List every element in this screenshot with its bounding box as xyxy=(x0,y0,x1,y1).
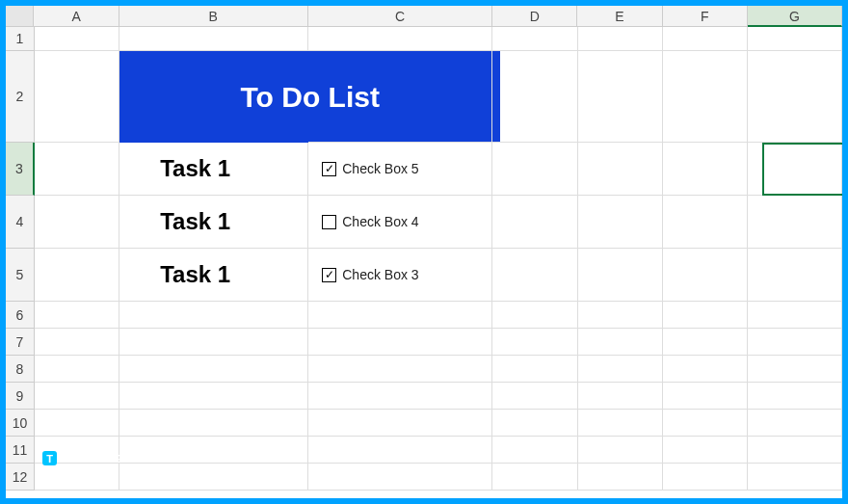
cell-F11[interactable] xyxy=(663,437,748,464)
cell-C10[interactable] xyxy=(308,410,492,437)
col-header-A[interactable]: A xyxy=(34,6,119,27)
cell-C6[interactable] xyxy=(308,302,492,329)
cell-E7[interactable] xyxy=(578,329,663,356)
cell-A4[interactable] xyxy=(35,196,119,249)
row-header-9[interactable]: 9 xyxy=(6,383,35,410)
cell-C5[interactable]: ✓ Check Box 3 xyxy=(308,249,492,302)
cell-F3[interactable] xyxy=(663,143,748,196)
col-header-D[interactable]: D xyxy=(492,6,577,27)
cell-B5[interactable]: Task 1 xyxy=(119,249,308,302)
row-header-1[interactable]: 1 xyxy=(6,27,35,51)
cell-E3[interactable] xyxy=(578,143,663,196)
cell-G7[interactable] xyxy=(748,329,842,356)
cell-B9[interactable] xyxy=(119,383,308,410)
cell-A7[interactable] xyxy=(35,329,119,356)
cell-A8[interactable] xyxy=(35,356,119,383)
cell-D2[interactable] xyxy=(492,51,577,143)
cell-G5[interactable] xyxy=(748,249,842,302)
cell-A12[interactable] xyxy=(35,464,119,491)
cell-C4[interactable]: Check Box 4 xyxy=(308,196,492,249)
cell-D9[interactable] xyxy=(492,383,577,410)
row-header-7[interactable]: 7 xyxy=(6,329,35,356)
cell-A3[interactable] xyxy=(35,143,119,196)
cell-D8[interactable] xyxy=(492,356,577,383)
cell-G3[interactable] xyxy=(748,143,842,196)
checkbox-icon[interactable]: ✓ xyxy=(322,268,336,282)
cell-C12[interactable] xyxy=(308,464,492,491)
col-header-G[interactable]: G xyxy=(748,6,842,27)
cell-B1[interactable] xyxy=(119,27,308,51)
cell-E1[interactable] xyxy=(578,27,663,51)
cell-G1[interactable] xyxy=(748,27,842,51)
cell-B2[interactable]: To Do List xyxy=(119,51,308,143)
cell-A2[interactable] xyxy=(35,51,119,143)
checkbox-control-5[interactable]: ✓ Check Box 5 xyxy=(308,143,491,195)
cell-F9[interactable] xyxy=(663,383,748,410)
row-header-11[interactable]: 11 xyxy=(6,437,35,464)
row-header-3[interactable]: 3 xyxy=(6,143,35,196)
checkbox-control-4[interactable]: Check Box 4 xyxy=(308,196,491,248)
cell-C3[interactable]: ✓ Check Box 5 xyxy=(308,143,492,196)
cell-F4[interactable] xyxy=(663,196,748,249)
cell-F6[interactable] xyxy=(663,302,748,329)
cell-G10[interactable] xyxy=(748,410,842,437)
cell-B11[interactable] xyxy=(119,437,308,464)
cell-B7[interactable] xyxy=(119,329,308,356)
row-header-5[interactable]: 5 xyxy=(6,249,35,302)
cell-E10[interactable] xyxy=(578,410,663,437)
cell-F5[interactable] xyxy=(663,249,748,302)
cell-E4[interactable] xyxy=(578,196,663,249)
row-header-12[interactable]: 12 xyxy=(6,464,35,491)
cell-C1[interactable] xyxy=(308,27,492,51)
row-header-10[interactable]: 10 xyxy=(6,410,35,437)
cell-A9[interactable] xyxy=(35,383,119,410)
cell-B6[interactable] xyxy=(119,302,308,329)
cell-G12[interactable] xyxy=(748,464,842,491)
cell-G4[interactable] xyxy=(748,196,842,249)
cell-F1[interactable] xyxy=(663,27,748,51)
cell-C8[interactable] xyxy=(308,356,492,383)
col-header-C[interactable]: C xyxy=(308,6,492,27)
cell-G2[interactable] xyxy=(748,51,842,143)
cell-C9[interactable] xyxy=(308,383,492,410)
cell-G9[interactable] xyxy=(748,383,842,410)
cell-C7[interactable] xyxy=(308,329,492,356)
row-header-6[interactable]: 6 xyxy=(6,302,35,329)
cell-D3[interactable] xyxy=(492,143,577,196)
cell-F10[interactable] xyxy=(663,410,748,437)
cell-E12[interactable] xyxy=(578,464,663,491)
cell-B12[interactable] xyxy=(119,464,308,491)
cell-D12[interactable] xyxy=(492,464,577,491)
cell-A5[interactable] xyxy=(35,249,119,302)
col-header-B[interactable]: B xyxy=(119,6,308,27)
checkbox-icon[interactable] xyxy=(322,215,336,229)
select-all-corner[interactable] xyxy=(6,6,34,27)
cell-C2[interactable] xyxy=(308,51,492,143)
cell-D7[interactable] xyxy=(492,329,577,356)
checkbox-icon[interactable]: ✓ xyxy=(322,162,336,176)
cell-G6[interactable] xyxy=(748,302,842,329)
cell-F2[interactable] xyxy=(663,51,748,143)
cell-D11[interactable] xyxy=(492,437,577,464)
cell-E8[interactable] xyxy=(578,356,663,383)
checkbox-control-3[interactable]: ✓ Check Box 3 xyxy=(308,249,491,301)
cell-E2[interactable] xyxy=(578,51,663,143)
cell-F7[interactable] xyxy=(663,329,748,356)
cell-B4[interactable]: Task 1 xyxy=(119,196,308,249)
cell-E6[interactable] xyxy=(578,302,663,329)
row-header-8[interactable]: 8 xyxy=(6,356,35,383)
cell-D10[interactable] xyxy=(492,410,577,437)
cell-D6[interactable] xyxy=(492,302,577,329)
cell-D1[interactable] xyxy=(492,27,577,51)
cell-G11[interactable] xyxy=(748,437,842,464)
row-header-2[interactable]: 2 xyxy=(6,51,35,143)
cell-F12[interactable] xyxy=(663,464,748,491)
col-header-E[interactable]: E xyxy=(577,6,662,27)
cell-F8[interactable] xyxy=(663,356,748,383)
row-header-4[interactable]: 4 xyxy=(6,196,35,249)
cell-A10[interactable] xyxy=(35,410,119,437)
cell-B3[interactable]: Task 1 xyxy=(119,143,308,196)
cell-B8[interactable] xyxy=(119,356,308,383)
col-header-F[interactable]: F xyxy=(663,6,748,27)
cell-D5[interactable] xyxy=(492,249,577,302)
